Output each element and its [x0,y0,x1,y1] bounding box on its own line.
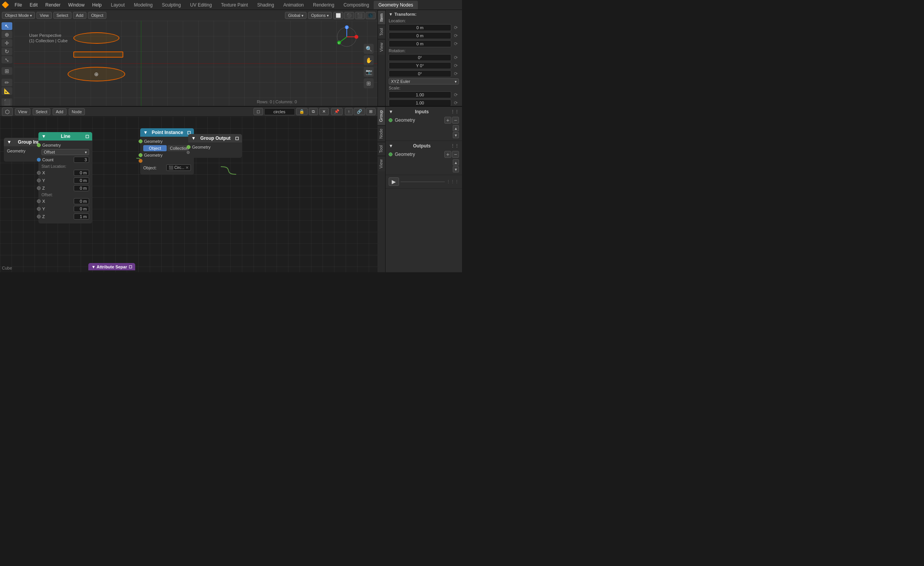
pi-tab-object[interactable]: Object [143,145,167,151]
ne-tab-group[interactable]: Group [378,107,385,125]
point-instance-node: ▼ Point Instance ◻ Geometry Object [140,128,194,175]
tab-uv-editing[interactable]: UV Editing [185,1,217,9]
ne-copy-btn[interactable]: ⧉ [309,108,318,115]
transform-tool[interactable]: ⊞ [2,67,12,75]
inputs-scroll-btns: ▲ ▼ [453,125,459,138]
offset-z-row: Z [41,213,89,220]
bottom-section: ⬡ View Select Add Node ◻ circles 🔒 ⧉ ✕ 📌… [0,107,462,272]
panel-play-btn[interactable]: ▶ [389,177,399,186]
viewport-toolbar: Object Mode ▾ View Select Add Object Glo… [0,10,378,21]
offset-y-input[interactable] [74,206,89,212]
move-tool[interactable]: ✛ [2,39,12,47]
inputs-minus-btn[interactable]: − [452,117,459,124]
rotate-tool[interactable]: ↻ [2,48,12,55]
graph-name-input[interactable]: circles [264,108,295,115]
ne-tab-tool[interactable]: Tool [378,142,385,156]
ne-close-btn[interactable]: ✕ [319,108,329,115]
menu-edit[interactable]: Edit [26,0,41,10]
scale-y-input[interactable]: 1.00 [389,99,451,106]
tab-texture-paint[interactable]: Texture Paint [217,1,253,9]
rotation-z-row: 0° ⟳ [389,70,459,77]
pi-extra-socket-row [143,159,191,163]
tab-sculpting[interactable]: Sculpting [157,1,185,9]
ne-grid-btn[interactable]: ⊞ [366,108,376,115]
side-tab-view[interactable]: View [378,39,385,55]
annotate-tool[interactable]: ✏ [2,79,12,86]
menu-render[interactable]: Render [41,0,64,10]
options-btn[interactable]: Options ▾ [308,12,332,19]
ne-select-menu[interactable]: Select [33,108,51,115]
solid-btn[interactable]: ⚫ [344,12,354,19]
object-mode-dropdown[interactable]: Object Mode ▾ [2,12,35,19]
outputs-scroll-up[interactable]: ▲ [453,159,459,165]
scale-tool[interactable]: ⤡ [2,56,12,64]
location-y-input[interactable]: 0 m [389,32,451,39]
tab-modeling[interactable]: Modeling [129,1,157,9]
add-cube-tool[interactable]: ⬛ [2,98,12,106]
line-offset-row: Offset ▾ [41,149,89,155]
start-loc-z-input[interactable] [74,185,89,191]
menu-file[interactable]: File [11,0,26,10]
line-count-input[interactable] [74,157,89,163]
tab-animation[interactable]: Animation [279,1,308,9]
outputs-scroll-down[interactable]: ▼ [453,166,459,172]
pi-object-selector[interactable]: ⬛ Circ... ✕ [166,164,191,171]
chevron-down-icon: ▾ [30,13,32,18]
pan-icon[interactable]: ✋ [364,55,374,65]
start-loc-y-input[interactable] [74,177,89,184]
grid-icon[interactable]: ⊞ [364,78,374,88]
offset-x-input[interactable] [74,198,89,204]
rotation-x-input[interactable]: 0° [389,54,451,61]
ne-add-menu[interactable]: Add [53,108,66,115]
svg-text:Z: Z [346,26,348,29]
tab-geometry-nodes[interactable]: Geometry Nodes [374,1,418,9]
select-menu[interactable]: Select [53,12,71,19]
ne-up-btn[interactable]: ↑ [345,108,353,115]
object-menu[interactable]: Object [88,12,106,19]
scale-x-input[interactable]: 1.00 [389,91,451,98]
ne-tab-view[interactable]: View [378,156,385,172]
location-z-input[interactable]: 0 m [389,40,451,47]
offset-z-input[interactable] [74,213,89,220]
wireframe-btn[interactable]: ⬜ [333,12,343,19]
side-tab-item[interactable]: Item [378,10,385,25]
line-offset-dropdown[interactable]: Offset ▾ [41,149,89,155]
inputs-add-btn[interactable]: + [444,117,451,124]
select-tool[interactable]: ↖ [2,22,12,30]
ne-tab-node[interactable]: Node [378,125,385,142]
tab-layout[interactable]: Layout [106,1,129,9]
outputs-minus-btn[interactable]: − [452,151,459,158]
outputs-header-icons: ⋮⋮ [450,144,459,149]
measure-tool[interactable]: 📐 [2,87,12,95]
tab-compositing[interactable]: Compositing [339,1,374,9]
inputs-scroll-up[interactable]: ▲ [453,125,459,131]
global-dropdown[interactable]: Global ▾ [285,12,306,19]
ne-node-menu[interactable]: Node [69,108,85,115]
rotation-mode-dropdown[interactable]: XYZ Euler ▾ [389,78,459,84]
tab-rendering[interactable]: Rendering [308,1,339,9]
zoom-in-icon[interactable]: 🔍 [364,44,374,54]
camera-icon[interactable]: 📷 [364,67,374,77]
rendered-btn[interactable]: 🌑 [366,12,376,19]
rotation-z-input[interactable]: 0° [389,70,451,77]
add-menu[interactable]: Add [73,12,87,19]
tab-shading[interactable]: Shading [253,1,279,9]
menu-help[interactable]: Help [88,0,106,10]
scale-y-icon: ⟳ [453,100,459,106]
inputs-scroll-down[interactable]: ▼ [453,132,459,138]
rotation-y-input[interactable]: Y 0° [389,62,451,69]
start-loc-x-input[interactable] [74,170,89,176]
outputs-add-btn[interactable]: + [444,151,451,158]
menu-window[interactable]: Window [64,0,88,10]
ne-view-menu[interactable]: View [15,108,30,115]
ne-protect-btn[interactable]: 🔒 [296,108,308,115]
location-x-input[interactable]: 0 m [389,24,451,31]
side-tab-tool[interactable]: Tool [378,25,385,39]
cursor-tool[interactable]: ⊕ [2,31,12,38]
ne-pin-btn[interactable]: 📌 [331,108,343,115]
ne-lock-btn[interactable]: 🔗 [354,108,365,115]
view-menu[interactable]: View [36,12,52,19]
pi-object-close-icon[interactable]: ✕ [185,165,189,170]
rows-cols-info: Rows: 0 | Columns: 0 [257,99,297,104]
material-btn[interactable]: ⬛ [355,12,365,19]
